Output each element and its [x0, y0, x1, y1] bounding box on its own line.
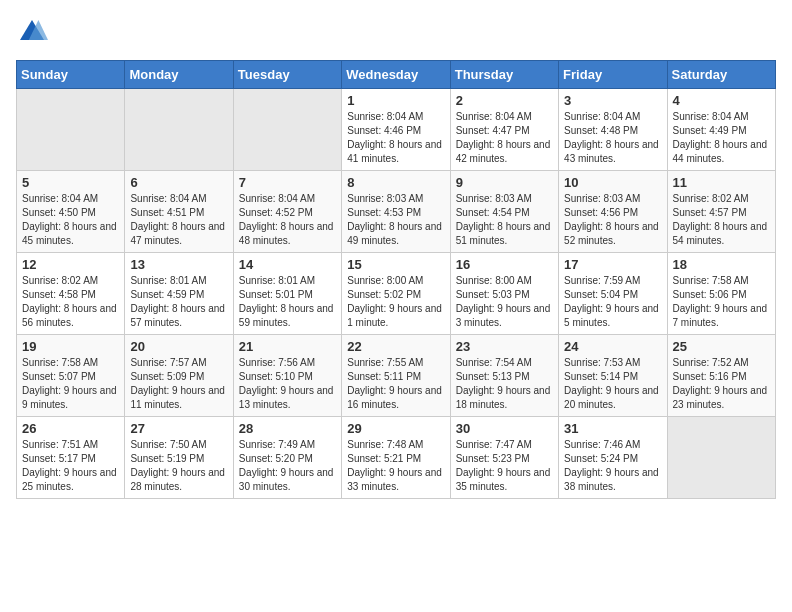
- day-number: 2: [456, 93, 553, 108]
- day-number: 7: [239, 175, 336, 190]
- day-info: Sunrise: 8:03 AMSunset: 4:56 PMDaylight:…: [564, 192, 661, 248]
- day-info: Sunrise: 7:52 AMSunset: 5:16 PMDaylight:…: [673, 356, 770, 412]
- calendar-cell: 24Sunrise: 7:53 AMSunset: 5:14 PMDayligh…: [559, 335, 667, 417]
- day-number: 9: [456, 175, 553, 190]
- day-info: Sunrise: 7:58 AMSunset: 5:07 PMDaylight:…: [22, 356, 119, 412]
- calendar-header-row: SundayMondayTuesdayWednesdayThursdayFrid…: [17, 61, 776, 89]
- day-info: Sunrise: 7:47 AMSunset: 5:23 PMDaylight:…: [456, 438, 553, 494]
- day-number: 6: [130, 175, 227, 190]
- day-number: 14: [239, 257, 336, 272]
- day-number: 10: [564, 175, 661, 190]
- day-number: 13: [130, 257, 227, 272]
- day-number: 16: [456, 257, 553, 272]
- calendar-cell: 12Sunrise: 8:02 AMSunset: 4:58 PMDayligh…: [17, 253, 125, 335]
- calendar-cell: 26Sunrise: 7:51 AMSunset: 5:17 PMDayligh…: [17, 417, 125, 499]
- day-number: 28: [239, 421, 336, 436]
- day-info: Sunrise: 7:49 AMSunset: 5:20 PMDaylight:…: [239, 438, 336, 494]
- calendar-cell: 20Sunrise: 7:57 AMSunset: 5:09 PMDayligh…: [125, 335, 233, 417]
- day-header-tuesday: Tuesday: [233, 61, 341, 89]
- calendar-cell: 3Sunrise: 8:04 AMSunset: 4:48 PMDaylight…: [559, 89, 667, 171]
- calendar-cell: 9Sunrise: 8:03 AMSunset: 4:54 PMDaylight…: [450, 171, 558, 253]
- day-number: 12: [22, 257, 119, 272]
- day-header-monday: Monday: [125, 61, 233, 89]
- day-info: Sunrise: 8:02 AMSunset: 4:58 PMDaylight:…: [22, 274, 119, 330]
- day-info: Sunrise: 7:54 AMSunset: 5:13 PMDaylight:…: [456, 356, 553, 412]
- day-number: 4: [673, 93, 770, 108]
- day-info: Sunrise: 8:04 AMSunset: 4:51 PMDaylight:…: [130, 192, 227, 248]
- calendar-cell: 5Sunrise: 8:04 AMSunset: 4:50 PMDaylight…: [17, 171, 125, 253]
- day-number: 8: [347, 175, 444, 190]
- day-number: 18: [673, 257, 770, 272]
- calendar-cell: 14Sunrise: 8:01 AMSunset: 5:01 PMDayligh…: [233, 253, 341, 335]
- day-number: 5: [22, 175, 119, 190]
- day-info: Sunrise: 8:03 AMSunset: 4:54 PMDaylight:…: [456, 192, 553, 248]
- calendar-cell: 16Sunrise: 8:00 AMSunset: 5:03 PMDayligh…: [450, 253, 558, 335]
- calendar-cell: 11Sunrise: 8:02 AMSunset: 4:57 PMDayligh…: [667, 171, 775, 253]
- calendar-cell: 22Sunrise: 7:55 AMSunset: 5:11 PMDayligh…: [342, 335, 450, 417]
- calendar-cell: [667, 417, 775, 499]
- day-number: 26: [22, 421, 119, 436]
- calendar-cell: 31Sunrise: 7:46 AMSunset: 5:24 PMDayligh…: [559, 417, 667, 499]
- day-info: Sunrise: 7:56 AMSunset: 5:10 PMDaylight:…: [239, 356, 336, 412]
- day-info: Sunrise: 8:04 AMSunset: 4:50 PMDaylight:…: [22, 192, 119, 248]
- day-number: 22: [347, 339, 444, 354]
- day-info: Sunrise: 8:01 AMSunset: 4:59 PMDaylight:…: [130, 274, 227, 330]
- day-number: 25: [673, 339, 770, 354]
- day-header-friday: Friday: [559, 61, 667, 89]
- calendar-cell: [125, 89, 233, 171]
- day-info: Sunrise: 7:57 AMSunset: 5:09 PMDaylight:…: [130, 356, 227, 412]
- calendar-cell: [233, 89, 341, 171]
- day-info: Sunrise: 7:53 AMSunset: 5:14 PMDaylight:…: [564, 356, 661, 412]
- calendar-week-row: 19Sunrise: 7:58 AMSunset: 5:07 PMDayligh…: [17, 335, 776, 417]
- day-number: 15: [347, 257, 444, 272]
- day-info: Sunrise: 7:48 AMSunset: 5:21 PMDaylight:…: [347, 438, 444, 494]
- day-info: Sunrise: 7:50 AMSunset: 5:19 PMDaylight:…: [130, 438, 227, 494]
- logo-icon: [16, 16, 48, 48]
- calendar-week-row: 1Sunrise: 8:04 AMSunset: 4:46 PMDaylight…: [17, 89, 776, 171]
- day-number: 19: [22, 339, 119, 354]
- day-header-thursday: Thursday: [450, 61, 558, 89]
- day-info: Sunrise: 8:04 AMSunset: 4:52 PMDaylight:…: [239, 192, 336, 248]
- calendar-cell: 17Sunrise: 7:59 AMSunset: 5:04 PMDayligh…: [559, 253, 667, 335]
- day-number: 20: [130, 339, 227, 354]
- calendar-cell: 27Sunrise: 7:50 AMSunset: 5:19 PMDayligh…: [125, 417, 233, 499]
- calendar-cell: [17, 89, 125, 171]
- day-header-saturday: Saturday: [667, 61, 775, 89]
- day-info: Sunrise: 8:04 AMSunset: 4:49 PMDaylight:…: [673, 110, 770, 166]
- day-info: Sunrise: 8:04 AMSunset: 4:48 PMDaylight:…: [564, 110, 661, 166]
- day-number: 1: [347, 93, 444, 108]
- day-number: 17: [564, 257, 661, 272]
- day-number: 30: [456, 421, 553, 436]
- calendar-table: SundayMondayTuesdayWednesdayThursdayFrid…: [16, 60, 776, 499]
- day-info: Sunrise: 8:03 AMSunset: 4:53 PMDaylight:…: [347, 192, 444, 248]
- calendar-cell: 13Sunrise: 8:01 AMSunset: 4:59 PMDayligh…: [125, 253, 233, 335]
- day-info: Sunrise: 7:46 AMSunset: 5:24 PMDaylight:…: [564, 438, 661, 494]
- day-header-sunday: Sunday: [17, 61, 125, 89]
- calendar-week-row: 26Sunrise: 7:51 AMSunset: 5:17 PMDayligh…: [17, 417, 776, 499]
- day-number: 29: [347, 421, 444, 436]
- calendar-cell: 8Sunrise: 8:03 AMSunset: 4:53 PMDaylight…: [342, 171, 450, 253]
- day-number: 21: [239, 339, 336, 354]
- day-header-wednesday: Wednesday: [342, 61, 450, 89]
- calendar-cell: 7Sunrise: 8:04 AMSunset: 4:52 PMDaylight…: [233, 171, 341, 253]
- calendar-cell: 28Sunrise: 7:49 AMSunset: 5:20 PMDayligh…: [233, 417, 341, 499]
- day-number: 31: [564, 421, 661, 436]
- day-number: 11: [673, 175, 770, 190]
- day-info: Sunrise: 8:04 AMSunset: 4:46 PMDaylight:…: [347, 110, 444, 166]
- calendar-cell: 15Sunrise: 8:00 AMSunset: 5:02 PMDayligh…: [342, 253, 450, 335]
- day-info: Sunrise: 7:58 AMSunset: 5:06 PMDaylight:…: [673, 274, 770, 330]
- calendar-cell: 1Sunrise: 8:04 AMSunset: 4:46 PMDaylight…: [342, 89, 450, 171]
- calendar-cell: 10Sunrise: 8:03 AMSunset: 4:56 PMDayligh…: [559, 171, 667, 253]
- day-info: Sunrise: 7:51 AMSunset: 5:17 PMDaylight:…: [22, 438, 119, 494]
- day-info: Sunrise: 8:01 AMSunset: 5:01 PMDaylight:…: [239, 274, 336, 330]
- calendar-cell: 18Sunrise: 7:58 AMSunset: 5:06 PMDayligh…: [667, 253, 775, 335]
- calendar-cell: 21Sunrise: 7:56 AMSunset: 5:10 PMDayligh…: [233, 335, 341, 417]
- day-info: Sunrise: 8:00 AMSunset: 5:02 PMDaylight:…: [347, 274, 444, 330]
- calendar-cell: 4Sunrise: 8:04 AMSunset: 4:49 PMDaylight…: [667, 89, 775, 171]
- logo: [16, 16, 52, 48]
- calendar-cell: 23Sunrise: 7:54 AMSunset: 5:13 PMDayligh…: [450, 335, 558, 417]
- day-number: 3: [564, 93, 661, 108]
- day-info: Sunrise: 8:04 AMSunset: 4:47 PMDaylight:…: [456, 110, 553, 166]
- calendar-cell: 25Sunrise: 7:52 AMSunset: 5:16 PMDayligh…: [667, 335, 775, 417]
- calendar-cell: 6Sunrise: 8:04 AMSunset: 4:51 PMDaylight…: [125, 171, 233, 253]
